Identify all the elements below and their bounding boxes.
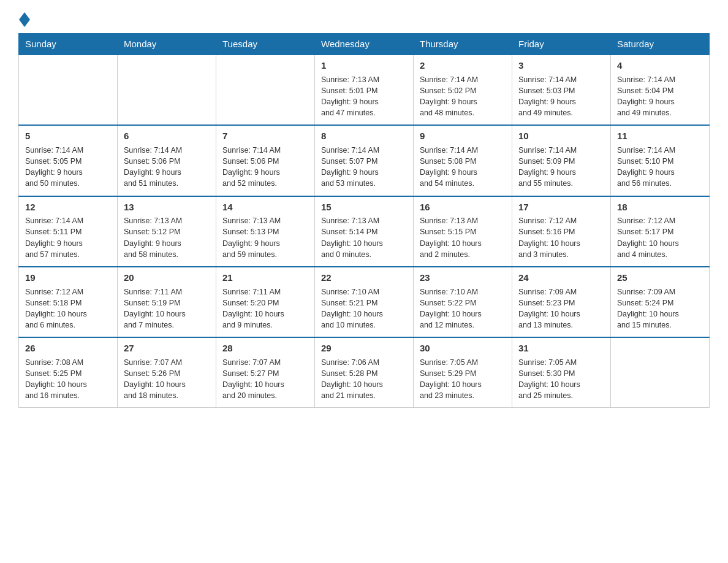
calendar-cell: 13Sunrise: 7:13 AM Sunset: 5:12 PM Dayli… — [118, 196, 216, 267]
calendar-cell: 7Sunrise: 7:14 AM Sunset: 5:06 PM Daylig… — [216, 125, 315, 196]
calendar-cell: 9Sunrise: 7:14 AM Sunset: 5:08 PM Daylig… — [414, 125, 512, 196]
logo-flag-icon — [19, 12, 30, 27]
day-info: Sunrise: 7:05 AM Sunset: 5:30 PM Dayligh… — [518, 357, 604, 402]
day-number: 16 — [420, 201, 506, 214]
day-number: 6 — [124, 129, 210, 143]
calendar-cell: 18Sunrise: 7:12 AM Sunset: 5:17 PM Dayli… — [611, 196, 710, 267]
day-number: 11 — [617, 129, 703, 143]
day-number: 8 — [321, 129, 407, 143]
day-number: 1 — [321, 59, 407, 72]
calendar-cell: 1Sunrise: 7:13 AM Sunset: 5:01 PM Daylig… — [315, 55, 414, 125]
day-number: 25 — [617, 271, 703, 285]
day-info: Sunrise: 7:11 AM Sunset: 5:20 PM Dayligh… — [222, 286, 308, 331]
calendar-cell: 23Sunrise: 7:10 AM Sunset: 5:22 PM Dayli… — [414, 267, 512, 337]
day-number: 31 — [518, 342, 604, 355]
calendar-cell: 31Sunrise: 7:05 AM Sunset: 5:30 PM Dayli… — [512, 337, 611, 408]
day-number: 9 — [420, 129, 506, 143]
day-number: 23 — [420, 271, 506, 285]
day-info: Sunrise: 7:13 AM Sunset: 5:13 PM Dayligh… — [222, 215, 308, 260]
week-row-1: 1Sunrise: 7:13 AM Sunset: 5:01 PM Daylig… — [19, 55, 710, 125]
day-number: 2 — [420, 59, 506, 72]
weekday-header-monday: Monday — [118, 34, 216, 55]
calendar-cell: 24Sunrise: 7:09 AM Sunset: 5:23 PM Dayli… — [512, 267, 611, 337]
day-number: 10 — [518, 129, 604, 143]
day-info: Sunrise: 7:14 AM Sunset: 5:06 PM Dayligh… — [124, 145, 210, 190]
day-number: 19 — [25, 271, 111, 285]
weekday-header-tuesday: Tuesday — [216, 34, 315, 55]
calendar-cell: 4Sunrise: 7:14 AM Sunset: 5:04 PM Daylig… — [611, 55, 710, 125]
day-number: 3 — [518, 59, 604, 72]
weekday-header-saturday: Saturday — [611, 34, 710, 55]
day-info: Sunrise: 7:14 AM Sunset: 5:07 PM Dayligh… — [321, 145, 407, 190]
calendar-cell: 25Sunrise: 7:09 AM Sunset: 5:24 PM Dayli… — [611, 267, 710, 337]
weekday-header-sunday: Sunday — [19, 34, 118, 55]
day-info: Sunrise: 7:14 AM Sunset: 5:05 PM Dayligh… — [25, 145, 111, 190]
day-number: 26 — [25, 342, 111, 355]
day-info: Sunrise: 7:05 AM Sunset: 5:29 PM Dayligh… — [420, 357, 506, 402]
day-number: 5 — [25, 129, 111, 143]
calendar-cell — [118, 55, 216, 125]
calendar-cell — [611, 337, 710, 408]
day-info: Sunrise: 7:14 AM Sunset: 5:04 PM Dayligh… — [617, 74, 703, 119]
calendar-cell: 17Sunrise: 7:12 AM Sunset: 5:16 PM Dayli… — [512, 196, 611, 267]
day-info: Sunrise: 7:12 AM Sunset: 5:16 PM Dayligh… — [518, 215, 604, 260]
weekday-header-row: SundayMondayTuesdayWednesdayThursdayFrid… — [19, 34, 710, 55]
day-info: Sunrise: 7:14 AM Sunset: 5:09 PM Dayligh… — [518, 145, 604, 190]
day-info: Sunrise: 7:09 AM Sunset: 5:23 PM Dayligh… — [518, 286, 604, 331]
calendar-cell: 20Sunrise: 7:11 AM Sunset: 5:19 PM Dayli… — [118, 267, 216, 337]
day-info: Sunrise: 7:13 AM Sunset: 5:15 PM Dayligh… — [420, 215, 506, 260]
day-info: Sunrise: 7:14 AM Sunset: 5:10 PM Dayligh… — [617, 145, 703, 190]
page-header — [18, 12, 710, 27]
week-row-2: 5Sunrise: 7:14 AM Sunset: 5:05 PM Daylig… — [19, 125, 710, 196]
week-row-5: 26Sunrise: 7:08 AM Sunset: 5:25 PM Dayli… — [19, 337, 710, 408]
day-info: Sunrise: 7:10 AM Sunset: 5:22 PM Dayligh… — [420, 286, 506, 331]
day-info: Sunrise: 7:07 AM Sunset: 5:27 PM Dayligh… — [222, 357, 308, 402]
day-number: 15 — [321, 201, 407, 214]
calendar-cell: 11Sunrise: 7:14 AM Sunset: 5:10 PM Dayli… — [611, 125, 710, 196]
calendar-cell: 3Sunrise: 7:14 AM Sunset: 5:03 PM Daylig… — [512, 55, 611, 125]
day-info: Sunrise: 7:12 AM Sunset: 5:17 PM Dayligh… — [617, 215, 703, 260]
day-number: 30 — [420, 342, 506, 355]
day-number: 28 — [222, 342, 308, 355]
day-number: 4 — [617, 59, 703, 72]
day-number: 12 — [25, 201, 111, 214]
day-info: Sunrise: 7:08 AM Sunset: 5:25 PM Dayligh… — [25, 357, 111, 402]
day-info: Sunrise: 7:13 AM Sunset: 5:01 PM Dayligh… — [321, 74, 407, 119]
day-info: Sunrise: 7:12 AM Sunset: 5:18 PM Dayligh… — [25, 286, 111, 331]
day-info: Sunrise: 7:14 AM Sunset: 5:03 PM Dayligh… — [518, 74, 604, 119]
calendar-cell: 12Sunrise: 7:14 AM Sunset: 5:11 PM Dayli… — [19, 196, 118, 267]
day-info: Sunrise: 7:13 AM Sunset: 5:14 PM Dayligh… — [321, 215, 407, 260]
calendar-cell: 28Sunrise: 7:07 AM Sunset: 5:27 PM Dayli… — [216, 337, 315, 408]
calendar-cell: 27Sunrise: 7:07 AM Sunset: 5:26 PM Dayli… — [118, 337, 216, 408]
calendar-cell: 15Sunrise: 7:13 AM Sunset: 5:14 PM Dayli… — [315, 196, 414, 267]
day-number: 22 — [321, 271, 407, 285]
calendar-cell: 2Sunrise: 7:14 AM Sunset: 5:02 PM Daylig… — [414, 55, 512, 125]
day-number: 21 — [222, 271, 308, 285]
day-number: 18 — [617, 201, 703, 214]
calendar-cell: 14Sunrise: 7:13 AM Sunset: 5:13 PM Dayli… — [216, 196, 315, 267]
week-row-4: 19Sunrise: 7:12 AM Sunset: 5:18 PM Dayli… — [19, 267, 710, 337]
calendar-cell: 8Sunrise: 7:14 AM Sunset: 5:07 PM Daylig… — [315, 125, 414, 196]
day-info: Sunrise: 7:07 AM Sunset: 5:26 PM Dayligh… — [124, 357, 210, 402]
calendar-cell: 10Sunrise: 7:14 AM Sunset: 5:09 PM Dayli… — [512, 125, 611, 196]
day-number: 7 — [222, 129, 308, 143]
day-number: 17 — [518, 201, 604, 214]
weekday-header-wednesday: Wednesday — [315, 34, 414, 55]
day-info: Sunrise: 7:09 AM Sunset: 5:24 PM Dayligh… — [617, 286, 703, 331]
calendar-cell: 26Sunrise: 7:08 AM Sunset: 5:25 PM Dayli… — [19, 337, 118, 408]
weekday-header-thursday: Thursday — [414, 34, 512, 55]
calendar-cell: 29Sunrise: 7:06 AM Sunset: 5:28 PM Dayli… — [315, 337, 414, 408]
day-number: 20 — [124, 271, 210, 285]
day-info: Sunrise: 7:14 AM Sunset: 5:08 PM Dayligh… — [420, 145, 506, 190]
calendar-cell: 22Sunrise: 7:10 AM Sunset: 5:21 PM Dayli… — [315, 267, 414, 337]
week-row-3: 12Sunrise: 7:14 AM Sunset: 5:11 PM Dayli… — [19, 196, 710, 267]
calendar-cell — [216, 55, 315, 125]
calendar-cell: 19Sunrise: 7:12 AM Sunset: 5:18 PM Dayli… — [19, 267, 118, 337]
weekday-header-friday: Friday — [512, 34, 611, 55]
calendar-cell — [19, 55, 118, 125]
day-info: Sunrise: 7:10 AM Sunset: 5:21 PM Dayligh… — [321, 286, 407, 331]
calendar-cell: 21Sunrise: 7:11 AM Sunset: 5:20 PM Dayli… — [216, 267, 315, 337]
day-number: 13 — [124, 201, 210, 214]
day-info: Sunrise: 7:14 AM Sunset: 5:11 PM Dayligh… — [25, 215, 111, 260]
calendar-cell: 16Sunrise: 7:13 AM Sunset: 5:15 PM Dayli… — [414, 196, 512, 267]
